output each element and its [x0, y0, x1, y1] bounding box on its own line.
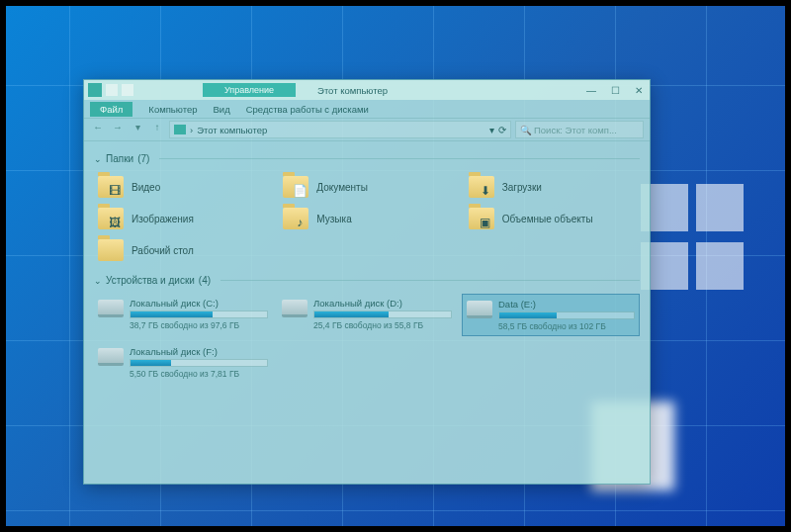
folder-icon: ⬇ — [469, 176, 494, 198]
window-close-button[interactable]: ✕ — [632, 85, 646, 96]
address-dropdown-icon[interactable]: ▾ — [489, 125, 494, 135]
group-header-folders[interactable]: ⌄ Папки (7) — [94, 153, 640, 164]
breadcrumb-chevron-icon[interactable]: › — [190, 125, 193, 135]
drive-usage-bar — [313, 310, 452, 318]
window-maximize-button[interactable]: ☐ — [608, 85, 622, 96]
group-label: Папки — [106, 153, 133, 164]
drive-usage-bar — [498, 311, 635, 319]
folder-icon: 🎞 — [98, 176, 124, 198]
nav-back-button[interactable]: ← — [90, 122, 106, 137]
folder-item[interactable]: 🎞Видео — [94, 172, 269, 202]
folder-label: Музыка — [316, 214, 351, 224]
qat-item-icon[interactable] — [106, 84, 118, 96]
drive-free-label: 5,50 ГБ свободно из 7,81 ГБ — [130, 369, 268, 379]
ribbon-tab-drive-tools[interactable]: Средства работы с дисками — [246, 104, 369, 115]
nav-up-button[interactable]: ↑ — [149, 122, 165, 137]
group-count: (7) — [137, 153, 149, 164]
folder-label: Изображения — [132, 214, 194, 224]
drive-icon — [98, 300, 124, 317]
folder-icon: 🖼 — [98, 208, 124, 229]
content-area: ⌄ Папки (7) 🎞Видео📄Документы⬇Загрузки🖼Из… — [84, 141, 650, 393]
address-location-label[interactable]: Этот компьютер — [197, 125, 267, 135]
refresh-button[interactable]: ⟳ — [498, 125, 506, 135]
folder-icon: 📄 — [283, 176, 308, 198]
folder-glyph-icon: 📄 — [293, 184, 307, 198]
folder-glyph-icon — [108, 247, 122, 261]
folder-glyph-icon: ♪ — [293, 216, 307, 229]
ribbon-file-button[interactable]: Файл — [90, 102, 132, 117]
drive-icon — [282, 300, 308, 317]
drive-name: Data (E:) — [498, 299, 635, 310]
folder-label: Документы — [316, 182, 368, 193]
drive-icon — [467, 301, 492, 318]
file-explorer-window: Управление Этот компьютер — ☐ ✕ Файл Ком… — [83, 79, 651, 485]
window-title: Этот компьютер — [317, 85, 388, 96]
chevron-down-icon: ⌄ — [94, 154, 102, 164]
folder-label: Объемные объекты — [502, 214, 593, 224]
folder-item[interactable]: ⬇Загрузки — [465, 172, 640, 202]
folder-label: Рабочий стол — [132, 245, 194, 256]
drive-item[interactable]: Локальный диск (F:)5,50 ГБ свободно из 7… — [94, 342, 272, 383]
drive-name: Локальный диск (F:) — [130, 346, 268, 357]
folder-item[interactable]: 🖼Изображения — [94, 204, 269, 233]
drive-item[interactable]: Data (E:)58,5 ГБ свободно из 102 ГБ — [462, 294, 640, 336]
windows-logo — [641, 184, 749, 293]
folder-glyph-icon: 🎞 — [108, 184, 122, 198]
drive-free-label: 38,7 ГБ свободно из 97,6 ГБ — [130, 320, 268, 330]
drive-usage-bar — [130, 310, 268, 318]
drive-name: Локальный диск (D:) — [313, 298, 452, 309]
folder-item[interactable]: Рабочий стол — [94, 235, 269, 265]
drive-usage-bar — [130, 359, 268, 367]
chevron-down-icon: ⌄ — [94, 276, 102, 286]
address-row: ← → ▾ ↑ › Этот компьютер ▾ ⟳ 🔍 Поиск: Эт… — [84, 118, 650, 141]
drive-free-label: 25,4 ГБ свободно из 55,8 ГБ — [313, 320, 452, 330]
folder-icon: ▣ — [469, 208, 494, 229]
contextual-tab-label[interactable]: Управление — [203, 83, 296, 97]
nav-forward-button[interactable]: → — [110, 122, 126, 137]
drives-grid: Локальный диск (C:)38,7 ГБ свободно из 9… — [94, 290, 640, 387]
folder-label: Загрузки — [502, 182, 542, 193]
search-icon: 🔍 — [520, 125, 532, 135]
folders-grid: 🎞Видео📄Документы⬇Загрузки🖼Изображения♪Му… — [94, 168, 640, 269]
drive-free-label: 58,5 ГБ свободно из 102 ГБ — [498, 321, 635, 331]
folder-item[interactable]: ♪Музыка — [279, 204, 454, 233]
folder-glyph-icon: ▣ — [479, 216, 492, 229]
search-placeholder: Поиск: Этот комп... — [534, 125, 617, 135]
quick-access-toolbar — [88, 83, 133, 97]
folder-icon: ♪ — [283, 208, 308, 229]
ribbon-tab-view[interactable]: Вид — [214, 104, 230, 115]
explorer-icon — [88, 83, 102, 97]
group-label: Устройства и диски — [106, 275, 195, 286]
folder-glyph-icon: 🖼 — [108, 216, 122, 229]
pc-icon — [174, 125, 186, 134]
search-input[interactable]: 🔍 Поиск: Этот комп... — [515, 121, 644, 138]
titlebar[interactable]: Управление Этот компьютер — ☐ ✕ — [84, 80, 650, 100]
nav-history-dropdown[interactable]: ▾ — [130, 122, 145, 137]
folder-item[interactable]: 📄Документы — [279, 172, 454, 202]
folder-glyph-icon: ⬇ — [479, 184, 492, 198]
drive-item[interactable]: Локальный диск (C:)38,7 ГБ свободно из 9… — [94, 294, 272, 336]
folder-icon — [98, 239, 124, 261]
folder-item[interactable]: ▣Объемные объекты — [465, 204, 640, 233]
window-minimize-button[interactable]: — — [584, 85, 598, 96]
drive-name: Локальный диск (C:) — [130, 298, 268, 309]
ribbon-tabs: Файл Компьютер Вид Средства работы с дис… — [84, 100, 650, 118]
group-count: (4) — [199, 275, 211, 286]
drive-icon — [98, 348, 124, 366]
folder-label: Видео — [132, 182, 160, 193]
drive-item[interactable]: Локальный диск (D:)25,4 ГБ свободно из 5… — [278, 294, 456, 336]
address-bar[interactable]: › Этот компьютер ▾ ⟳ — [169, 121, 511, 138]
group-header-drives[interactable]: ⌄ Устройства и диски (4) — [94, 275, 640, 286]
ribbon-tab-computer[interactable]: Компьютер — [148, 104, 197, 115]
qat-item-icon[interactable] — [122, 84, 133, 96]
